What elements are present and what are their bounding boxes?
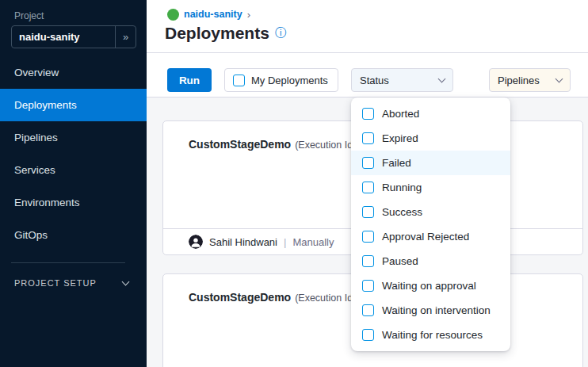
menu-item-label: Waiting on approval [382,280,476,292]
menu-item-waiting-on-approval[interactable]: Waiting on approval [351,273,510,298]
project-setup-toggle[interactable]: PROJECT SETUP [14,277,128,289]
menu-item-checkbox[interactable] [362,132,374,144]
execution-id-text: (Execution Id [295,140,353,151]
pipeline-name[interactable]: CustomStageDemo [189,291,291,304]
page-title: Deployments [165,24,269,43]
project-selector-value: naidu-sanity [12,31,115,43]
chevron-down-icon [556,75,563,83]
menu-item-label: Waiting on intervention [382,304,491,316]
menu-item-label: Success [382,206,422,218]
menu-item-failed[interactable]: Failed [351,151,510,175]
menu-item-running[interactable]: Running [351,175,510,200]
menu-item-checkbox[interactable] [362,255,374,267]
menu-item-checkbox[interactable] [362,206,374,218]
sidebar-item-deployments[interactable]: Deployments [0,89,147,121]
user-avatar-icon [189,235,203,249]
menu-item-label: Failed [382,157,411,169]
project-expand-icon[interactable]: » [115,26,136,48]
header-divider [147,52,588,53]
sidebar-nav: Overview Deployments Pipelines Services … [0,56,147,251]
menu-item-success[interactable]: Success [351,200,510,224]
execution-id-text: (Execution Id [295,292,353,304]
menu-item-paused[interactable]: Paused [351,249,510,273]
cd-module-icon [167,9,179,21]
footer-separator: | [284,236,286,248]
sidebar-item-services[interactable]: Services [0,154,147,186]
chevron-down-icon [438,75,446,83]
my-deployments-label: My Deployments [251,75,328,86]
trigger-type: Manually [292,236,334,248]
menu-item-waiting-for-resources[interactable]: Waiting for resources [351,323,510,347]
menu-item-checkbox[interactable] [362,280,374,292]
menu-item-label: Aborted [382,108,419,120]
sidebar-item-environments[interactable]: Environments [0,186,147,219]
page-title-row: Deployments ⓘ [165,24,286,43]
menu-item-label: Paused [382,255,418,267]
menu-item-checkbox[interactable] [362,157,374,169]
menu-item-approval-rejected[interactable]: Approval Rejected [351,224,510,249]
menu-item-label: Approval Rejected [382,231,469,243]
breadcrumb-project-link[interactable]: naidu-sanity [184,9,242,20]
menu-item-label: Running [382,182,422,193]
menu-item-checkbox[interactable] [362,182,374,193]
project-selector[interactable]: naidu-sanity » [11,25,136,48]
menu-item-label: Waiting for resources [382,329,483,341]
menu-item-waiting-on-intervention[interactable]: Waiting on intervention [351,298,510,323]
main-content: naidu-sanity › Deployments ⓘ Run My Depl… [147,0,588,367]
breadcrumb-chevron-icon: › [247,9,250,21]
sidebar: Project naidu-sanity » Overview Deployme… [0,0,147,367]
menu-item-checkbox[interactable] [362,231,374,243]
breadcrumb: naidu-sanity › [167,8,250,21]
triggered-by-user: Sahil Hindwani [209,236,277,248]
sidebar-item-overview[interactable]: Overview [0,56,147,89]
status-filter-menu: Aborted Expired Failed Running Success A… [351,97,510,351]
menu-item-aborted[interactable]: Aborted [351,101,510,126]
project-setup-label: PROJECT SETUP [14,278,97,288]
pipeline-name[interactable]: CustomStageDemo [189,138,291,151]
menu-item-expired[interactable]: Expired [351,126,510,151]
deployment-card-header: CustomStageDemo (Execution Id [189,291,353,304]
pipelines-filter-dropdown[interactable]: Pipelines [489,68,571,92]
my-deployments-toggle[interactable]: My Deployments [224,68,338,92]
project-label: Project [14,10,44,21]
menu-item-checkbox[interactable] [362,304,374,316]
menu-item-label: Expired [382,132,418,144]
menu-item-checkbox[interactable] [362,329,374,341]
my-deployments-checkbox[interactable] [233,75,245,86]
status-filter-dropdown[interactable]: Status [351,68,453,92]
run-button[interactable]: Run [167,68,212,92]
app-window: Project naidu-sanity » Overview Deployme… [0,0,588,367]
info-icon[interactable]: ⓘ [275,26,286,40]
pipelines-filter-label: Pipelines [498,75,540,86]
sidebar-divider [11,262,125,263]
menu-item-checkbox[interactable] [362,108,374,120]
sidebar-item-pipelines[interactable]: Pipelines [0,121,147,154]
deployment-card-header: CustomStageDemo (Execution Id [189,138,353,151]
status-filter-label: Status [360,75,389,86]
sidebar-item-gitops[interactable]: GitOps [0,219,147,251]
chevron-down-icon [122,277,130,285]
